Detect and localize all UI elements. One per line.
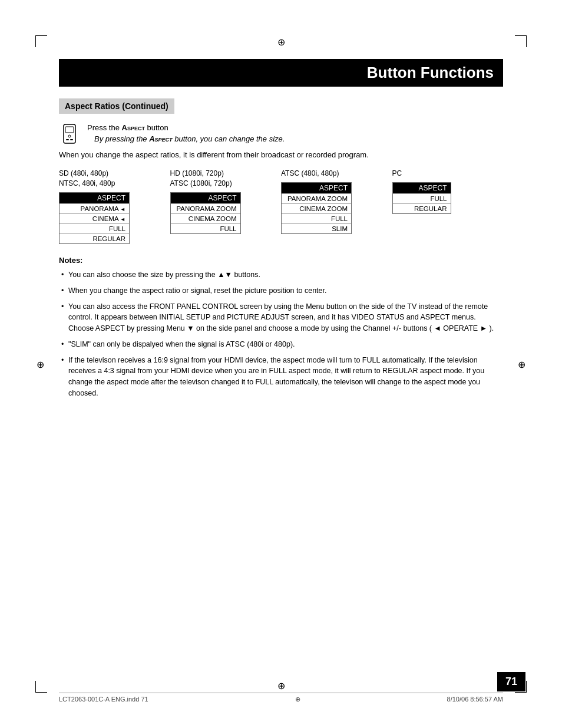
footer-crosshair: ⊕ [295, 696, 300, 703]
hd-menu-item-full: FULL [171, 223, 240, 233]
signal-col-atsc: ATSC (480i, 480p) ASPECT PANORAMA ZOOM C… [281, 169, 392, 234]
sub-text: By pressing the [94, 134, 149, 143]
pc-aspect-menu: ASPECT FULL REGULAR [392, 182, 451, 214]
page-mark-bottom-left [35, 681, 47, 693]
atsc-menu-item-slim: SLIM [282, 223, 351, 233]
page-number: 71 [497, 672, 525, 691]
crosshair-bottom-icon: ⊕ [277, 680, 285, 691]
hd-menu-item-panorama-zoom: PANORAMA ZOOM [171, 203, 240, 213]
notes-list: You can also choose the size by pressing… [59, 269, 503, 399]
crosshair-right-icon: ⊕ [518, 358, 525, 370]
note-item-5: If the televison receives a 16:9 signal … [59, 355, 503, 399]
svg-rect-3 [66, 139, 69, 140]
footer: LCT2063-001C-A ENG.indd 71 ⊕ 8/10/06 8:5… [59, 693, 503, 703]
change-note-text: When you change the aspect ratios, it is… [59, 150, 369, 159]
footer-right: 8/10/06 8:56:57 AM [447, 696, 503, 703]
page-mark-top-right [515, 35, 527, 47]
change-note: When you change the aspect ratios, it is… [59, 150, 503, 159]
svg-point-2 [68, 135, 71, 137]
svg-rect-4 [70, 139, 73, 140]
sd-label-line2: NTSC, 480i, 480p [59, 179, 170, 189]
pc-menu-header: ASPECT [393, 183, 451, 193]
note-text-5: If the televison receives a 16:9 signal … [68, 356, 484, 397]
hd-menu-header: ASPECT [171, 193, 240, 203]
instruction-text-block: Press the Aspect button By pressing the … [87, 123, 285, 143]
pc-label-line1: PC [392, 169, 504, 179]
sd-menu-item-panorama: PANORAMA [59, 203, 129, 213]
note-text-2: When you change the aspect ratio or sign… [68, 286, 326, 295]
notes-section: Notes: You can also choose the size by p… [59, 255, 503, 399]
pc-menu-item-full: FULL [393, 193, 451, 203]
press-aspect-label: Aspect [122, 123, 145, 132]
sd-menu-item-cinema: CINEMA [59, 213, 129, 223]
atsc-menu-item-cinema-zoom: CINEMA ZOOM [282, 203, 351, 213]
instruction-row: Press the Aspect button By pressing the … [59, 123, 503, 144]
note-item-4: "SLIM" can only be dispalyed when the si… [59, 339, 503, 350]
remote-icon [59, 123, 80, 144]
sub-suffix: button, you can change the size. [173, 134, 285, 143]
pc-label: PC [392, 169, 504, 179]
pc-menu-item-regular: REGULAR [393, 203, 451, 213]
note-item-1: You can also choose the size by pressing… [59, 269, 503, 281]
page-mark-top-left [35, 35, 47, 47]
page-title: Button Functions [59, 59, 503, 87]
atsc-label: ATSC (480i, 480p) [281, 169, 392, 179]
atsc-menu-item-full: FULL [282, 213, 351, 223]
note-text-3: You can also access the FRONT PANEL CONT… [68, 302, 494, 333]
footer-left: LCT2063-001C-A ENG.indd 71 [59, 696, 148, 703]
signal-columns: SD (480i, 480p) NTSC, 480i, 480p ASPECT … [59, 169, 503, 244]
hd-label-line2: ATSC (1080i, 720p) [170, 179, 282, 189]
signal-col-sd: SD (480i, 480p) NTSC, 480i, 480p ASPECT … [59, 169, 170, 244]
page-number-text: 71 [505, 676, 517, 687]
atsc-menu-item-panorama-zoom: PANORAMA ZOOM [282, 193, 351, 203]
atsc-menu-header: ASPECT [282, 183, 351, 193]
note-item-3: You can also access the FRONT PANEL CONT… [59, 301, 503, 334]
note-item-2: When you change the aspect ratio or sign… [59, 285, 503, 297]
atsc-label-line1: ATSC (480i, 480p) [281, 169, 392, 179]
main-content: Button Functions Aspect Ratios (Continue… [59, 59, 503, 669]
svg-rect-1 [65, 127, 74, 133]
sub-aspect-label: Aspect [149, 134, 172, 143]
section-title-text: Aspect Ratios (Continued) [65, 101, 168, 111]
sub-line: By pressing the Aspect button, you can c… [87, 134, 285, 143]
sd-aspect-menu: ASPECT PANORAMA CINEMA FULL REGULAR [59, 192, 130, 244]
hd-label-line1: HD (1080i, 720p) [170, 169, 282, 179]
sd-menu-header: ASPECT [59, 193, 129, 203]
section-header: Aspect Ratios (Continued) [59, 98, 174, 114]
title-text: Button Functions [367, 64, 494, 81]
hd-menu-item-cinema-zoom: CINEMA ZOOM [171, 213, 240, 223]
press-line: Press the Aspect button [87, 123, 285, 132]
press-label: Press the [87, 123, 122, 132]
sd-label: SD (480i, 480p) NTSC, 480i, 480p [59, 169, 170, 189]
note-text-1: You can also choose the size by pressing… [68, 271, 260, 279]
notes-title: Notes: [59, 255, 503, 266]
crosshair-top-icon: ⊕ [277, 37, 285, 48]
hd-label: HD (1080i, 720p) ATSC (1080i, 720p) [170, 169, 282, 189]
crosshair-left-icon: ⊕ [37, 358, 44, 370]
signal-col-pc: PC ASPECT FULL REGULAR [392, 169, 504, 214]
note-text-4: "SLIM" can only be dispalyed when the si… [68, 340, 295, 348]
press-suffix: button [145, 123, 168, 132]
atsc-aspect-menu: ASPECT PANORAMA ZOOM CINEMA ZOOM FULL SL… [281, 182, 352, 234]
sd-menu-item-regular: REGULAR [59, 233, 129, 243]
signal-col-hd: HD (1080i, 720p) ATSC (1080i, 720p) ASPE… [170, 169, 282, 234]
sd-menu-item-full: FULL [59, 223, 129, 233]
sd-label-line1: SD (480i, 480p) [59, 169, 170, 179]
hd-aspect-menu: ASPECT PANORAMA ZOOM CINEMA ZOOM FULL [170, 192, 241, 234]
